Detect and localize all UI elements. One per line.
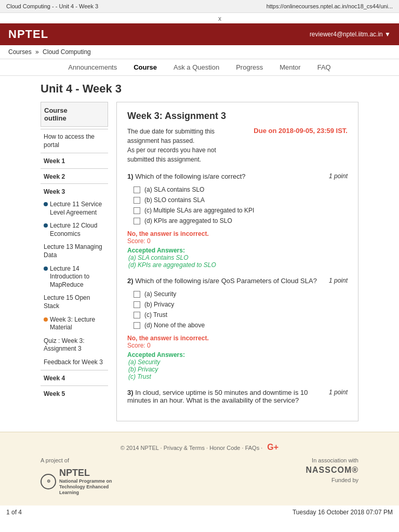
- sidebar: Courseoutline How to access the portal W…: [41, 102, 108, 421]
- option-1c[interactable]: (c) Multiple SLAs are aggregated to KPI: [127, 205, 348, 216]
- option-1d[interactable]: (d) KPIs are aggregated to SLO: [127, 216, 348, 226]
- sidebar-item-week3-material[interactable]: Week 3: Lecture Material: [41, 313, 108, 335]
- option-1d-label: (d) KPIs are aggregated to SLO: [144, 217, 232, 224]
- footer-nptel-name: NPTEL: [59, 468, 122, 478]
- browser-url: https://onlinecourses.nptel.ac.in/noc18_…: [267, 3, 393, 9]
- option-2d[interactable]: (d) None of the above: [127, 320, 348, 330]
- sidebar-title: Courseoutline: [41, 102, 108, 127]
- footer-nptel-subtitle: National Programme on Technology Enhance…: [59, 478, 122, 495]
- date-time: Tuesday 16 October 2018 07:07 PM: [292, 509, 393, 516]
- nasscom-logo: NASSCOM®: [305, 466, 358, 475]
- sidebar-item-quiz[interactable]: Quiz : Week 3: Assignment 3: [41, 335, 108, 356]
- in-association: In association with: [305, 457, 358, 463]
- result-1-incorrect: No, the answer is incorrect.: [127, 230, 348, 237]
- footer-inner: A project of ⚙ NPTEL National Programme …: [41, 457, 358, 495]
- checkbox-2b[interactable]: [134, 301, 140, 308]
- close-button[interactable]: x: [0, 13, 399, 23]
- funded-by: Funded by: [305, 477, 358, 483]
- option-2b[interactable]: (b) Privacy: [127, 299, 348, 310]
- sidebar-item-week5[interactable]: Week 5: [41, 387, 108, 400]
- sidebar-item-week1[interactable]: Week 1: [41, 154, 108, 167]
- footer-nptel-logo: ⚙ NPTEL National Programme on Technology…: [41, 468, 122, 495]
- checkbox-1d[interactable]: [134, 218, 140, 224]
- sidebar-item-week4[interactable]: Week 4: [41, 371, 108, 384]
- question-3-points: 1 point: [329, 389, 348, 404]
- nav-mentor[interactable]: Mentor: [280, 63, 300, 71]
- dot-icon: [44, 317, 48, 322]
- checkbox-1b[interactable]: [134, 197, 140, 204]
- due-date-highlight: Due on 2018-09-05, 23:59 IST.: [254, 127, 348, 135]
- option-2c[interactable]: (c) Trust: [127, 310, 348, 320]
- option-2d-label: (d) None of the above: [144, 322, 205, 329]
- result-1-score: Score: 0: [127, 237, 348, 245]
- accepted-2-c: (c) Trust: [127, 373, 348, 380]
- option-1c-label: (c) Multiple SLAs are aggregated to KPI: [144, 207, 254, 214]
- breadcrumb-courses[interactable]: Courses: [8, 48, 32, 56]
- option-2a-label: (a) Security: [144, 290, 176, 298]
- nav-course[interactable]: Course: [134, 63, 157, 71]
- breadcrumb: Courses » Cloud Computing: [0, 45, 399, 59]
- nav-announcements[interactable]: Announcements: [68, 63, 117, 71]
- content-area: Week 3: Assignment 3 The due date for su…: [116, 102, 358, 421]
- main-layout: Courseoutline How to access the portal W…: [0, 102, 399, 432]
- question-1: 1) Which of the following is/are correct…: [127, 172, 348, 269]
- option-2a[interactable]: (a) Security: [127, 289, 348, 299]
- sidebar-item-portal[interactable]: How to access the portal: [41, 130, 108, 152]
- accepted-1-a: (a) SLA contains SLO: [127, 254, 348, 261]
- option-2b-label: (b) Privacy: [144, 301, 174, 308]
- question-1-header: 1) Which of the following is/are correct…: [127, 172, 348, 180]
- checkbox-2d[interactable]: [134, 322, 140, 329]
- checkbox-2c[interactable]: [134, 312, 140, 318]
- page-title: Unit 4 - Week 3: [0, 76, 399, 102]
- question-3-header: 3) In cloud, service uptime is 50 minute…: [127, 389, 348, 404]
- user-menu[interactable]: reviewer4@nptel.iitm.ac.in ▼: [310, 31, 391, 38]
- footer: © 2014 NPTEL · Privacy & Terms · Honor C…: [0, 432, 399, 506]
- wheel-icon: ⚙: [41, 474, 56, 489]
- result-2-incorrect: No, the answer is incorrect.: [127, 335, 348, 342]
- question-3-text: 3) In cloud, service uptime is 50 minute…: [127, 389, 329, 404]
- nptel-header: NPTEL reviewer4@nptel.iitm.ac.in ▼: [0, 23, 399, 45]
- due-notice-line2: As per our records you have not submitte…: [127, 145, 243, 164]
- option-1a[interactable]: (a) SLA contains SLO: [127, 184, 348, 195]
- sidebar-item-lecture13[interactable]: Lecture 13 Managing Data: [41, 241, 108, 262]
- sidebar-item-week2[interactable]: Week 2: [41, 170, 108, 183]
- result-2-score: Score: 0: [127, 342, 348, 349]
- nav-progress[interactable]: Progress: [236, 63, 263, 71]
- sidebar-item-lecture14[interactable]: Lecture 14 Introduction to MapReduce: [41, 262, 108, 292]
- breadcrumb-sep: »: [35, 48, 39, 56]
- footer-copyright: © 2014 NPTEL · Privacy & Terms · Honor C…: [41, 443, 358, 452]
- checkbox-1c[interactable]: [134, 207, 140, 214]
- nav-faq[interactable]: FAQ: [317, 63, 331, 71]
- nptel-logo: NPTEL: [8, 28, 48, 41]
- due-notice-line1: The due date for submitting this assignm…: [127, 127, 243, 145]
- option-1b[interactable]: (b) SLO contains SLA: [127, 195, 348, 205]
- dot-icon: [44, 202, 48, 206]
- sidebar-item-lecture11[interactable]: Lecture 11 Service Level Agreement: [41, 198, 108, 219]
- nav-ask-question[interactable]: Ask a Question: [174, 63, 219, 71]
- question-2: 2) Which of the following is/are QoS Par…: [127, 277, 348, 380]
- accepted-2-b: (b) Privacy: [127, 366, 348, 373]
- question-2-header: 2) Which of the following is/are QoS Par…: [127, 277, 348, 285]
- question-1-text: 1) Which of the following is/are correct…: [127, 172, 329, 180]
- option-1a-label: (a) SLA contains SLO: [144, 186, 204, 193]
- due-notice: The due date for submitting this assignm…: [127, 127, 243, 164]
- question-3: 3) In cloud, service uptime is 50 minute…: [127, 389, 348, 404]
- project-of: A project of: [41, 457, 122, 463]
- nav-bar: Announcements Course Ask a Question Prog…: [0, 59, 399, 76]
- sidebar-item-week3[interactable]: Week 3: [41, 185, 108, 198]
- sidebar-item-feedback[interactable]: Feedback for Week 3: [41, 356, 108, 369]
- sidebar-item-lecture12[interactable]: Lecture 12 Cloud Economics: [41, 219, 108, 241]
- question-2-points: 1 point: [329, 277, 348, 285]
- checkbox-2a[interactable]: [134, 291, 140, 298]
- question-2-text: 2) Which of the following is/are QoS Par…: [127, 277, 329, 285]
- accepted-1-label: Accepted Answers:: [127, 247, 348, 254]
- checkbox-1a[interactable]: [134, 187, 140, 193]
- breadcrumb-current[interactable]: Cloud Computing: [43, 48, 91, 56]
- option-2c-label: (c) Trust: [144, 311, 167, 318]
- sidebar-item-lecture15[interactable]: Lecture 15 Open Stack: [41, 291, 108, 313]
- tab-title: Cloud Computing - - Unit 4 - Week 3: [6, 3, 98, 9]
- bottom-bar: 1 of 4 Tuesday 16 October 2018 07:07 PM: [0, 506, 399, 519]
- browser-bar: Cloud Computing - - Unit 4 - Week 3 http…: [0, 0, 399, 13]
- dot-icon: [44, 223, 48, 228]
- footer-right: In association with NASSCOM® Funded by: [305, 457, 358, 483]
